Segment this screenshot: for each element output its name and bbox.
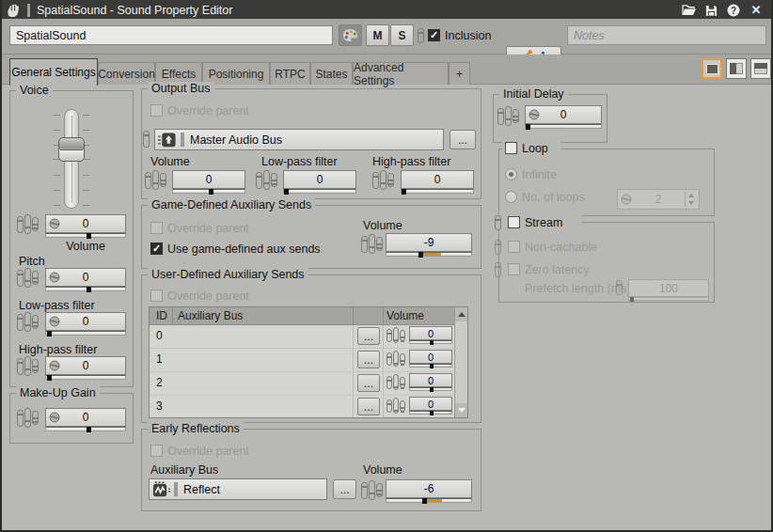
user-aux-title: User-Defined Auxiliary Sends — [148, 268, 308, 281]
initial-delay-slider[interactable] — [525, 124, 602, 129]
user-aux-override-label: Override parent — [167, 289, 249, 303]
ob-volume-label: Volume — [150, 155, 190, 168]
layout-single-pane-button[interactable] — [702, 58, 722, 79]
wwise-logo-icon — [6, 3, 22, 19]
ob-volume-slider[interactable] — [172, 189, 245, 194]
er-volume-indicators[interactable] — [361, 480, 383, 500]
highpass-slider[interactable] — [45, 375, 126, 380]
initial-delay-indicators[interactable] — [497, 106, 519, 126]
tab-advanced-settings[interactable]: Advanced Settings — [353, 62, 449, 85]
row-volume-slider[interactable] — [409, 411, 452, 415]
drag-handle[interactable] — [181, 133, 184, 147]
notes-input[interactable] — [567, 25, 766, 45]
voice-volume-fader-handle[interactable] — [58, 137, 85, 162]
pitch-slider[interactable] — [45, 287, 126, 291]
tab-states[interactable]: States — [310, 62, 353, 85]
tab-general-settings[interactable]: General Settings — [9, 58, 98, 86]
ob-highpass-indicators[interactable] — [372, 170, 394, 190]
layout-split-horizontal-button[interactable] — [750, 58, 771, 79]
er-browse-button[interactable]: ... — [333, 479, 356, 499]
makeup-gain-slider[interactable] — [45, 427, 126, 431]
pitch-indicators[interactable] — [17, 268, 39, 288]
layout-split-vertical-button[interactable] — [726, 58, 747, 79]
voice-volume-field[interactable]: 0 — [45, 214, 126, 233]
color-palette-button[interactable] — [339, 24, 362, 46]
scroll-down-button[interactable] — [455, 403, 467, 417]
row-volume-field[interactable]: 0 — [409, 397, 452, 411]
inclusion-label: Inclusion — [445, 29, 491, 42]
output-bus-browse-button[interactable]: ... — [450, 130, 476, 149]
no-of-loops-radio — [505, 191, 517, 203]
use-game-defined-aux-checkbox[interactable] — [150, 243, 163, 255]
randomizer-icon — [621, 194, 632, 205]
row-volume-field[interactable]: 0 — [409, 373, 452, 387]
lowpass-indicators[interactable] — [17, 312, 39, 332]
header-volume: Volume — [386, 309, 424, 322]
row-volume-indicators[interactable] — [386, 374, 405, 390]
ob-highpass-field[interactable]: 0 — [401, 170, 474, 189]
row-volume-indicators[interactable] — [386, 327, 405, 343]
row-browse-button[interactable]: ... — [357, 351, 380, 368]
gda-volume-slider[interactable] — [386, 252, 472, 257]
no-of-loops-label: No. of loops — [522, 191, 585, 204]
output-bus-indicator[interactable] — [143, 131, 150, 148]
tab-rtpc[interactable]: RTPC — [270, 62, 310, 85]
zero-latency-checkbox — [508, 263, 520, 275]
row-volume-field[interactable]: 0 — [409, 326, 452, 340]
row-browse-button[interactable]: ... — [357, 374, 380, 392]
save-icon[interactable] — [702, 3, 720, 18]
ob-volume-indicators[interactable] — [145, 170, 166, 190]
gda-volume-indicators[interactable] — [361, 234, 383, 254]
er-volume-field[interactable]: -6 — [386, 479, 472, 498]
output-bus-title: Output Bus — [148, 82, 214, 95]
ob-lowpass-indicators[interactable] — [256, 170, 277, 190]
inclusion-indicator-icon[interactable] — [418, 28, 424, 43]
lowpass-field[interactable]: 0 — [45, 312, 126, 331]
close-icon[interactable]: ✕ — [747, 3, 765, 18]
pitch-field[interactable]: 0 — [45, 268, 126, 287]
row-browse-button[interactable]: ... — [357, 327, 380, 345]
lowpass-slider[interactable] — [45, 331, 126, 336]
randomizer-icon — [49, 218, 60, 229]
row-volume-indicators[interactable] — [386, 398, 405, 414]
solo-button[interactable]: S — [390, 24, 414, 46]
makeup-gain-field[interactable]: 0 — [45, 408, 126, 427]
ob-volume-field[interactable]: 0 — [172, 170, 245, 189]
voice-volume-slider[interactable] — [45, 233, 126, 238]
infinite-radio — [505, 168, 517, 180]
ob-highpass-slider[interactable] — [401, 189, 474, 194]
highpass-indicators[interactable] — [17, 356, 39, 376]
tab-conversion[interactable]: Conversion — [98, 62, 155, 85]
voice-volume-indicators[interactable] — [17, 214, 39, 234]
user-aux-override-checkbox — [150, 289, 163, 302]
stream-checkbox[interactable] — [508, 216, 520, 228]
er-override-label: Override parent — [167, 445, 249, 458]
ob-lowpass-slider[interactable] — [283, 189, 356, 194]
initial-delay-field[interactable]: 0 — [525, 105, 602, 124]
row-volume-slider[interactable] — [409, 387, 452, 391]
makeup-gain-indicators[interactable] — [17, 408, 39, 428]
highpass-field[interactable]: 0 — [45, 356, 126, 375]
row-volume-slider[interactable] — [409, 340, 452, 344]
gda-volume-field[interactable]: -9 — [386, 233, 472, 252]
help-icon[interactable]: ? — [724, 3, 743, 18]
scroll-up-button[interactable] — [455, 307, 467, 321]
output-bus-field[interactable]: Master Audio Bus — [154, 129, 444, 150]
row-volume-field[interactable]: 0 — [409, 350, 452, 364]
tab-add[interactable]: + — [449, 62, 470, 85]
inclusion-checkbox[interactable] — [428, 29, 440, 41]
object-name-input[interactable] — [9, 25, 333, 45]
stream-indicator[interactable] — [495, 215, 501, 230]
er-volume-slider[interactable] — [386, 498, 472, 503]
ob-lowpass-field[interactable]: 0 — [283, 170, 356, 189]
drag-handle[interactable] — [174, 482, 178, 496]
open-folder-icon[interactable] — [679, 3, 698, 18]
ob-highpass-label: High-pass filter — [372, 155, 450, 168]
mute-button[interactable]: M — [366, 24, 389, 46]
loop-checkbox[interactable] — [505, 142, 517, 154]
row-volume-slider[interactable] — [409, 364, 452, 368]
row-volume-indicators[interactable] — [386, 351, 405, 367]
er-aux-bus-field[interactable]: Reflect — [149, 478, 327, 500]
row-browse-button[interactable]: ... — [357, 398, 380, 415]
table-scrollbar[interactable] — [454, 307, 467, 417]
